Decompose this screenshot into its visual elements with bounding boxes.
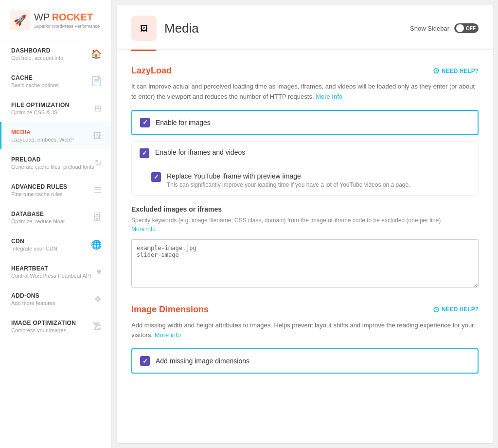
help-icon: ⊙ [433,66,439,75]
toggle-knob [456,24,464,32]
nav-item-title-dashboard: DASHBOARD [11,47,63,54]
nav-item-subtitle-database: Optimize, reduce bloat [11,218,65,224]
image-dimensions-desc: Add missing width and height attributes … [131,321,479,341]
excluded-section: Excluded images or iframes Specify keywo… [131,205,479,290]
nav-icon-preload: ↻ [94,158,102,168]
help-icon-2: ⊙ [433,305,439,314]
image-dimensions-need-help-label: NEED HELP? [442,306,479,313]
nav-icon-image-optimization: 🗜 [93,322,102,332]
nav-icon-heartbeat: ♥ [96,267,102,277]
nav-item-subtitle-advanced-rules: Fine-tune cache rules [11,191,67,197]
sidebar-item-database[interactable]: DATABASE Optimize, reduce bloat 🗄 [0,204,111,231]
lazyload-need-help[interactable]: ⊙ NEED HELP? [433,66,479,75]
nav-item-title-database: DATABASE [11,211,65,217]
nav-icon-media: 🖼 [93,131,102,141]
image-dimensions-title: Image Dimensions [131,305,209,315]
checkmark-youtube-icon: ✓ [154,173,159,180]
page-header-underline [131,50,156,51]
nav-item-subtitle-add-ons: Add more features [11,300,55,306]
page-header: 🖼 Media Show Sidebar OFF [117,5,493,50]
image-dimensions-header: Image Dimensions ⊙ NEED HELP? [131,305,479,315]
sidebar-item-preload[interactable]: PRELOAD Generate cache files, preload fo… [0,149,111,177]
logo-area: 🚀 WP ROCKET Superior WordPress Performan… [0,0,111,40]
enable-images-label: Enable for images [156,119,211,126]
sidebar-item-heartbeat[interactable]: HEARTBEAT Control WordPress Heartbeat AP… [0,258,111,286]
toggle-label: OFF [466,26,476,31]
nav-item-subtitle-media: LazyLoad, embeds, WebP [11,137,74,143]
sidebar-item-image-optimization[interactable]: IMAGE OPTIMIZATION Compress your images … [0,313,111,340]
svg-text:🖼: 🖼 [140,24,148,33]
nav-item-subtitle-preload: Generate cache files, preload fonts [11,164,94,170]
sidebar-item-add-ons[interactable]: ADD-ONS Add more features ❖ [0,286,111,313]
nav-item-title-advanced-rules: ADVANCED RULES [11,183,67,190]
nav-item-subtitle-file-optimization: Optimize CSS & JS [11,109,70,115]
main-content: 🖼 Media Show Sidebar OFF LazyLoad ⊙ NEED… [117,5,493,443]
lazyload-need-help-label: NEED HELP? [442,68,479,74]
wp-rocket-logo-icon: 🚀 [10,10,30,30]
nav-icon-cache: 📄 [91,76,102,87]
nav-item-title-image-optimization: IMAGE OPTIMIZATION [11,320,76,326]
nav-item-title-file-optimization: FILE OPTIMIZATION [11,102,70,108]
excluded-desc: Specify keywords (e.g. image filename, C… [131,216,479,233]
nav-icon-file-optimization: ⊞ [94,103,102,114]
enable-iframes-checkbox[interactable]: ✓ [140,148,149,158]
nav-item-subtitle-cdn: Integrate your CDN [11,246,57,251]
image-dimensions-section: Image Dimensions ⊙ NEED HELP? Add missin… [131,305,479,374]
nav-icon-advanced-rules: ☰ [94,185,102,196]
image-dimensions-need-help[interactable]: ⊙ NEED HELP? [433,305,479,314]
image-dimensions-more-info-link[interactable]: More info [155,331,181,339]
enable-iframes-option: ✓ Enable for iframes and videos [131,141,479,165]
enable-images-option: ✓ Enable for images [131,110,479,135]
lazyload-title: LazyLoad [131,66,172,76]
sidebar-item-cdn[interactable]: CDN Integrate your CDN 🌐 [0,231,111,258]
sidebar-nav: DASHBOARD Get help, account info 🏠 CACHE… [0,40,111,340]
logo-rocket-text: ROCKET [52,12,93,22]
excluded-more-info-link[interactable]: More info [131,226,156,233]
nav-item-subtitle-cache: Basic cache options [11,82,59,88]
lazyload-more-info-link[interactable]: More Info [316,93,342,100]
enable-iframes-label: Enable for iframes and videos [155,148,245,156]
sidebar-toggle[interactable]: OFF [454,23,479,33]
sidebar: 🚀 WP ROCKET Superior WordPress Performan… [0,0,112,448]
lazyload-section-header: LazyLoad ⊙ NEED HELP? [131,66,479,76]
logo[interactable]: 🚀 WP ROCKET Superior WordPress Performan… [10,10,102,30]
nav-item-title-media: MEDIA [11,129,74,136]
replace-youtube-option: ✓ Replace YouTube iframe with preview im… [131,165,479,196]
checkmark-dimensions-icon: ✓ [142,358,148,365]
nav-icon-database: 🗄 [93,213,102,223]
nav-item-title-cdn: CDN [11,238,57,245]
show-sidebar-label: Show Sidebar [410,25,449,32]
add-missing-dimensions-label: Add missing image dimensions [156,357,249,365]
sidebar-item-dashboard[interactable]: DASHBOARD Get help, account info 🏠 [0,40,111,68]
nav-icon-cdn: 🌐 [91,239,102,250]
replace-youtube-label: Replace YouTube iframe with preview imag… [167,172,410,180]
sidebar-item-advanced-rules[interactable]: ADVANCED RULES Fine-tune cache rules ☰ [0,177,111,204]
nav-icon-add-ons: ❖ [94,294,102,305]
add-missing-dimensions-checkbox[interactable]: ✓ [140,356,150,366]
nav-item-title-preload: PRELOAD [11,156,94,163]
sidebar-item-file-optimization[interactable]: FILE OPTIMIZATION Optimize CSS & JS ⊞ [0,95,111,122]
svg-text:🚀: 🚀 [14,14,27,27]
nav-item-title-heartbeat: HEARTBEAT [11,265,91,272]
enable-images-checkbox[interactable]: ✓ [140,118,150,127]
checkmark-iframes-icon: ✓ [142,149,147,157]
nav-item-subtitle-dashboard: Get help, account info [11,55,63,61]
nav-item-title-add-ons: ADD-ONS [11,292,55,299]
logo-wp-text: WP [34,12,50,22]
replace-youtube-checkbox[interactable]: ✓ [151,172,161,182]
nav-item-title-cache: CACHE [11,74,59,81]
sidebar-item-media[interactable]: MEDIA LazyLoad, embeds, WebP 🖼 [0,122,111,149]
page-title: Media [164,21,199,36]
checkmark-icon: ✓ [142,119,148,126]
lazyload-desc: It can improve actual and perceived load… [131,82,479,102]
lazyload-section: LazyLoad ⊙ NEED HELP? It can improve act… [131,66,479,290]
content-body: LazyLoad ⊙ NEED HELP? It can improve act… [117,66,493,388]
add-missing-dimensions-option: ✓ Add missing image dimensions [131,348,479,374]
logo-subtitle: Superior WordPress Performance [34,24,100,29]
page-icon: 🖼 [131,16,157,41]
excluded-textarea[interactable]: example-image.jpg slider-image [131,239,479,288]
nav-item-subtitle-image-optimization: Compress your images [11,327,76,333]
sidebar-item-cache[interactable]: CACHE Basic cache options 📄 [0,68,111,95]
nav-item-subtitle-heartbeat: Control WordPress Heartbeat API [11,273,91,279]
page-header-right: Show Sidebar OFF [410,23,479,33]
